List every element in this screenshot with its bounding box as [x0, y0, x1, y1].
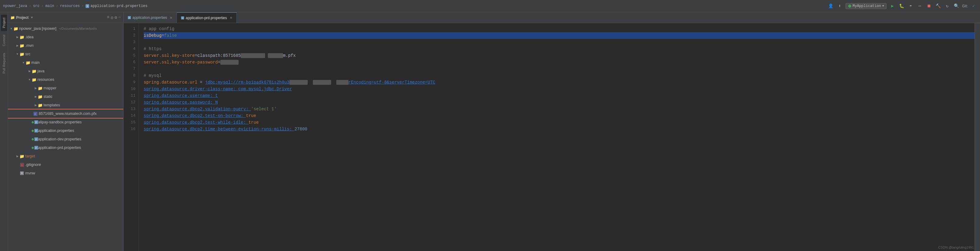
top-right-controls: 👤 ⬆ MyApplication ▼ ▶ 🐛 ☂ ⋯ ⏹ 🔨 ↻ 🔍 Git:… [827, 3, 977, 9]
ln16: 16 [124, 126, 135, 133]
key-validation-query: spring.datasource.dbcp2.validation-query… [144, 107, 251, 112]
code-content[interactable]: # app config isDebug=false # https serve… [139, 23, 975, 251]
ln4: 4 [124, 46, 135, 52]
key-ssl-keystore: server.ssl.key-store [144, 53, 195, 58]
key-test-idle: spring.datasource.dbcp2.test-while-idle: [144, 120, 248, 125]
classpath-label: classpath: [197, 53, 223, 58]
collapse-all-icon[interactable]: ≡ [107, 15, 109, 20]
sync-icon[interactable]: ↻ [944, 3, 950, 9]
run-button[interactable]: ▶ [889, 3, 896, 9]
code-line-4: # https [144, 46, 975, 52]
mapper-arrow-icon: ▶ [33, 86, 38, 90]
gear-icon[interactable]: ⚙ [115, 15, 117, 20]
tree-app-dev[interactable]: p application-dev.properties [8, 135, 123, 144]
tab1-file-icon: p [128, 16, 131, 19]
templates-folder-icon: 📁 [38, 103, 43, 107]
tree-pfx-file[interactable]: p 8571685_www.niumatech.com.pfx [8, 109, 123, 118]
app-props-label: application.properties [38, 129, 74, 133]
blur-url-1 [290, 80, 308, 85]
gitignore-label: .gitignore [25, 163, 41, 167]
breadcrumb-resources[interactable]: resources [60, 4, 80, 8]
ln6: 6 [124, 59, 135, 66]
stop-button[interactable]: ⏹ [926, 3, 932, 9]
tree-idea[interactable]: ▶ 📁 .idea [8, 33, 123, 41]
tree-templates[interactable]: ▶ 📁 templates [8, 101, 123, 109]
ln7: 7 [124, 66, 135, 72]
breadcrumb-src[interactable]: src [33, 4, 40, 8]
tree-mvn[interactable]: ▶ 📁 .mvn [8, 41, 123, 50]
right-scroll-panel[interactable] [975, 23, 980, 251]
tree-main[interactable]: ▼ 📁 main [8, 58, 123, 67]
breadcrumb: npower_java › src › main › resources › p… [3, 4, 148, 8]
ln15: 15 [124, 119, 135, 126]
tree-src[interactable]: ▼ 📁 src [8, 50, 123, 58]
key-eviction: spring.datasource.dbcp2.time-between-evi… [144, 127, 294, 132]
blur-ssl-2 [268, 53, 283, 58]
tree-alipay[interactable]: p alipay-sandbox.properties [8, 118, 123, 126]
pfx-file-label: 8571685_www.niumatech.com.pfx [39, 112, 97, 116]
project-tab[interactable]: Project [1, 14, 7, 31]
avatar-icon[interactable]: 👤 [827, 3, 834, 9]
mvnw-label: mvnw [25, 171, 35, 175]
locate-icon[interactable]: ◎ [111, 15, 113, 20]
resources-folder-icon: 📁 [32, 77, 37, 82]
val-true-14: true [246, 113, 256, 118]
minimize-icon[interactable]: − [118, 15, 121, 20]
tab1-label: application.properties [132, 16, 167, 20]
tree-root[interactable]: ▼ 📁 npower_java [npower] ~/Documents/Mie… [8, 24, 123, 33]
comment-https: # https [144, 46, 162, 51]
tree-java[interactable]: ▶ 📁 java [8, 67, 123, 75]
val-false: false [164, 33, 177, 38]
code-line-6: server.ssl.key-store-password= [144, 59, 975, 66]
editor-area: p application.properties ✕ p application… [124, 12, 980, 251]
tree-gitignore[interactable]: g .gitignore [8, 161, 123, 169]
tabs-bar: p application.properties ✕ p application… [124, 12, 980, 23]
build-icon[interactable]: 🔨 [935, 3, 941, 9]
tab2-close-icon[interactable]: ✕ [230, 16, 232, 19]
breadcrumb-main[interactable]: main [45, 4, 54, 8]
code-line-11: spring.datasource.username: t [144, 92, 975, 99]
main-arrow-icon: ▼ [21, 60, 25, 65]
search-icon[interactable]: 🔍 [953, 3, 959, 9]
tab-application-prd-properties[interactable]: p application-prd.properties ✕ [177, 13, 237, 23]
tab1-close-icon[interactable]: ✕ [170, 16, 172, 19]
equals-2: = [162, 33, 164, 38]
run-config-chevron-icon[interactable]: ▼ [882, 5, 884, 8]
coverage-button[interactable]: ☂ [907, 3, 914, 9]
git-checkmark-icon[interactable]: ✓ [970, 3, 977, 9]
debug-button[interactable]: 🐛 [898, 3, 905, 9]
tree-resources[interactable]: ▼ 📁 resources [8, 75, 123, 84]
run-config-selector[interactable]: MyApplication ▼ [845, 3, 886, 9]
vcs-update-icon[interactable]: ⬆ [836, 3, 843, 9]
commit-tab[interactable]: Commit [1, 32, 7, 49]
blur-ssl-1 [241, 53, 265, 58]
ln12: 12 [124, 99, 135, 106]
code-line-13: spring.datasource.dbcp2.validation-query… [144, 106, 975, 112]
tree-mvnw[interactable]: m mvnw [8, 169, 123, 177]
pull-requests-tab[interactable]: Pull Requests [1, 50, 7, 77]
alipay-file-icon: p [32, 120, 37, 124]
tab-application-properties[interactable]: p application.properties ✕ [124, 13, 177, 23]
ln1: 1 [124, 25, 135, 32]
mvn-arrow-icon: ▶ [15, 43, 19, 48]
tree-app-prd[interactable]: p application-prd.properties [8, 144, 123, 152]
ln11: 11 [124, 92, 135, 99]
tree-app-props[interactable]: p application.properties [8, 126, 123, 135]
static-arrow-icon: ▶ [33, 95, 38, 99]
blur-url-3 [336, 80, 348, 85]
project-tree: ▼ 📁 npower_java [npower] ~/Documents/Mie… [8, 23, 123, 251]
tree-mapper[interactable]: ▶ 📁 mapper [8, 84, 123, 92]
tree-target[interactable]: ▶ 📁 target [8, 152, 123, 161]
sidebar-dropdown-icon[interactable]: ▼ [30, 16, 33, 19]
ln2: 2 [124, 32, 135, 39]
templates-label: templates [43, 103, 60, 107]
more-run-icon[interactable]: ⋯ [916, 3, 923, 9]
root-label: npower_java [npower] ~/Documents/Miene/b… [19, 27, 97, 31]
app-prd-label: application-prd.properties [38, 145, 81, 150]
val-select1: 'select 1' [251, 107, 277, 112]
tree-static[interactable]: ▶ 📁 static [8, 92, 123, 101]
line-numbers: 1 2 3 4 5 6 7 8 9 10 11 12 13 14 15 16 [124, 23, 139, 251]
sidebar-title: 📁 Project ▼ [10, 16, 33, 20]
static-folder-icon: 📁 [38, 95, 43, 99]
breadcrumb-npower[interactable]: npower_java [3, 4, 27, 8]
